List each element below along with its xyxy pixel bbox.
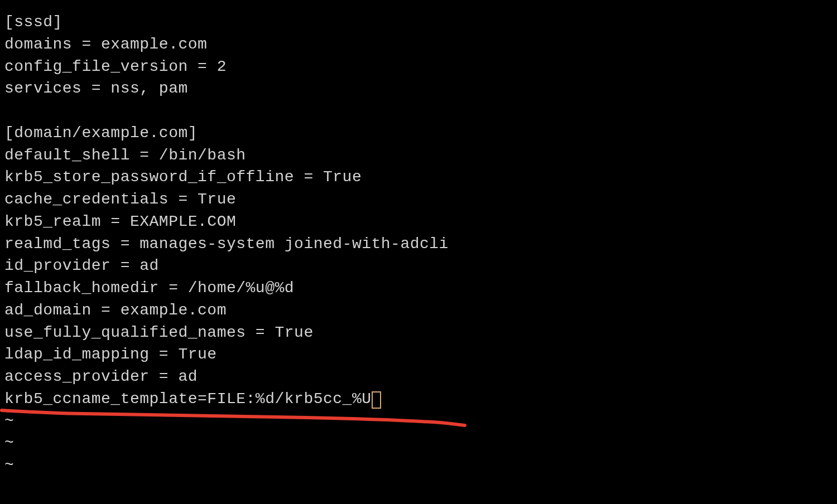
config-line[interactable]: realmd_tags = manages-system joined-with… [4,233,833,255]
empty-buffer-tilde: ~ [4,410,833,433]
config-line[interactable]: default_shell = /bin/bash [4,144,833,167]
config-line[interactable]: services = nss, pam [4,77,833,100]
config-line[interactable]: use_fully_qualified_names = True [4,322,833,344]
config-line[interactable]: ad_domain = example.com [4,299,833,322]
config-line[interactable]: cache_credentials = True [4,188,833,211]
config-line[interactable]: config_file_version = 2 [4,56,833,78]
config-line[interactable]: id_provider = ad [4,255,833,277]
terminal-editor[interactable]: [sssd]domains = example.comconfig_file_v… [4,11,833,477]
config-line[interactable]: krb5_realm = EXAMPLE.COM [4,211,833,233]
config-line[interactable]: [domain/example.com] [4,122,833,144]
cursor-line-text: krb5_ccname_template=FILE:%d/krb5cc_%U [4,390,372,408]
empty-buffer-tilde: ~ [4,454,833,477]
config-line[interactable]: ldap_id_mapping = True [4,343,833,366]
config-line[interactable]: access_provider = ad [4,366,833,388]
config-line[interactable]: fallback_homedir = /home/%u@%d [4,277,833,299]
cursor-icon [372,391,381,409]
config-line[interactable]: domains = example.com [4,33,833,56]
config-line[interactable] [4,100,833,122]
config-line-cursor[interactable]: krb5_ccname_template=FILE:%d/krb5cc_%U [4,388,833,410]
config-line[interactable]: krb5_store_password_if_offline = True [4,166,833,188]
empty-buffer-tilde: ~ [4,432,833,454]
config-line[interactable]: [sssd] [4,11,833,33]
